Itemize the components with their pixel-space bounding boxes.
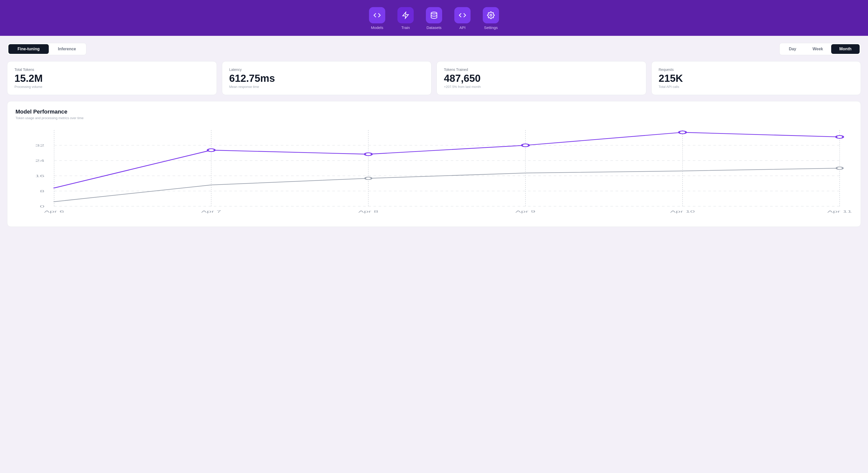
time-btn-week[interactable]: Week (805, 44, 831, 54)
nav-item-settings[interactable]: Settings (483, 7, 499, 30)
stat-label-1: Latency (229, 67, 424, 71)
svg-text:24: 24 (35, 159, 44, 162)
nav-item-api[interactable]: API (454, 7, 471, 30)
svg-marker-0 (403, 12, 409, 19)
time-btn-day[interactable]: Day (781, 44, 804, 54)
stat-label-0: Total Tokens (14, 67, 210, 71)
svg-text:Apr 7: Apr 7 (201, 210, 221, 213)
stats-row: Total Tokens 15.2M Processing volume Lat… (7, 61, 861, 95)
left-tab-group: Fine-tuning Inference (7, 43, 86, 55)
chart-line-gray (54, 168, 840, 202)
chart-area: .grid-line { stroke: #d1d5db; stroke-wid… (16, 125, 852, 221)
api-code-icon (459, 11, 466, 19)
svg-text:8: 8 (40, 189, 44, 193)
main-content: Fine-tuning Inference Day Week Month Tot… (0, 36, 868, 473)
chart-dot-gray-3 (365, 177, 372, 180)
stat-sub-2: +207.5% from last month (444, 85, 639, 89)
stat-value-2: 487,650 (444, 72, 639, 84)
nav-settings-label: Settings (484, 25, 498, 30)
stat-label-3: Requests (659, 67, 854, 71)
stat-card-latency: Latency 612.75ms Mean response time (222, 61, 432, 95)
tab-fine-tuning[interactable]: Fine-tuning (8, 44, 49, 54)
tab-inference[interactable]: Inference (49, 44, 85, 54)
lightning-icon (402, 11, 409, 19)
nav-train-label: Train (401, 25, 410, 30)
code-icon (373, 11, 381, 19)
gear-icon (487, 11, 495, 19)
chart-line-purple (54, 132, 840, 188)
chart-dot-gray-6 (837, 167, 843, 170)
nav-item-datasets[interactable]: Datasets (426, 7, 442, 30)
chart-svg: .grid-line { stroke: #d1d5db; stroke-wid… (16, 125, 852, 221)
stat-card-requests: Requests 215K Total API calls (651, 61, 861, 95)
chart-subtitle: Token usage and processing metrics over … (16, 116, 852, 120)
stat-value-3: 215K (659, 72, 854, 84)
stat-sub-0: Processing volume (14, 85, 210, 89)
database-icon (430, 11, 438, 19)
time-btn-month[interactable]: Month (831, 44, 860, 54)
stat-label-2: Tokens Trained (444, 67, 639, 71)
svg-text:Apr 9: Apr 9 (516, 210, 535, 213)
train-icon-wrap (397, 7, 414, 23)
chart-dot-purple-2 (208, 149, 215, 152)
stat-card-total-tokens: Total Tokens 15.2M Processing volume (7, 61, 217, 95)
stat-sub-3: Total API calls (659, 85, 854, 89)
nav-api-label: API (459, 25, 465, 30)
svg-text:Apr 6: Apr 6 (44, 210, 64, 213)
right-tab-group: Day Week Month (779, 43, 861, 55)
nav-item-train[interactable]: Train (397, 7, 414, 30)
chart-dot-purple-3 (365, 153, 372, 156)
datasets-icon-wrap (426, 7, 442, 23)
settings-icon-wrap (483, 7, 499, 23)
svg-text:Apr 8: Apr 8 (358, 210, 378, 213)
stat-card-tokens-trained: Tokens Trained 487,650 +207.5% from last… (437, 61, 646, 95)
api-icon-wrap (454, 7, 471, 23)
nav-item-models[interactable]: Models (369, 7, 385, 30)
chart-dot-purple-4 (522, 144, 529, 147)
svg-text:0: 0 (40, 205, 44, 208)
svg-point-2 (490, 14, 492, 16)
chart-title: Model Performance (16, 109, 852, 115)
stat-sub-1: Mean response time (229, 85, 424, 89)
stat-value-0: 15.2M (14, 72, 210, 84)
chart-dot-purple-5 (679, 131, 686, 134)
chart-card: Model Performance Token usage and proces… (7, 101, 861, 227)
nav-datasets-label: Datasets (426, 25, 441, 30)
svg-text:32: 32 (35, 144, 44, 147)
models-icon-wrap (369, 7, 385, 23)
top-navigation: Models Train Datasets API Settings (0, 0, 868, 36)
tabs-row: Fine-tuning Inference Day Week Month (7, 43, 861, 55)
svg-point-1 (431, 12, 437, 14)
svg-text:16: 16 (35, 174, 44, 178)
chart-dot-purple-6 (836, 136, 843, 139)
svg-text:Apr 11: Apr 11 (827, 210, 852, 213)
svg-text:Apr 10: Apr 10 (670, 210, 695, 213)
nav-models-label: Models (371, 25, 383, 30)
stat-value-1: 612.75ms (229, 72, 424, 84)
